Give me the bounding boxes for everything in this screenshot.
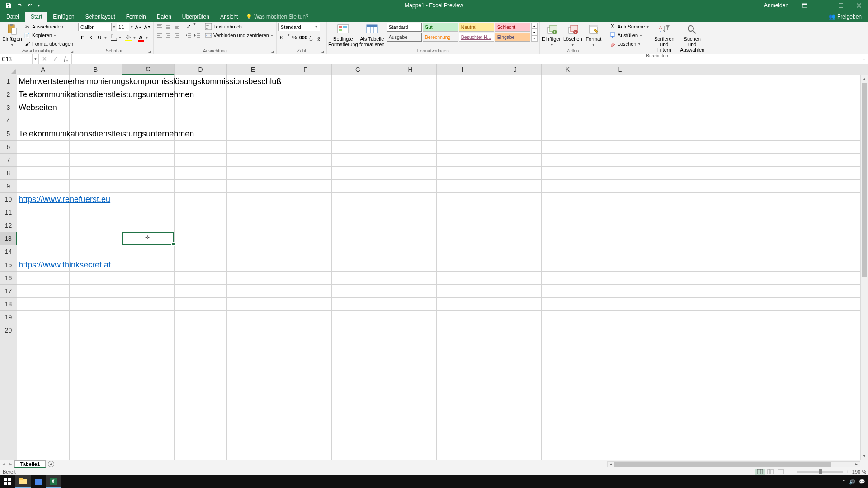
- decrease-font-icon[interactable]: A▼: [143, 23, 151, 31]
- accounting-format-icon[interactable]: €: [278, 33, 287, 42]
- maximize-icon[interactable]: [832, 0, 850, 11]
- bold-button[interactable]: F: [78, 33, 86, 42]
- file-tab[interactable]: Datei: [0, 12, 25, 22]
- close-icon[interactable]: [850, 0, 868, 11]
- sort-filter-button[interactable]: AZSortieren und Filtern: [650, 23, 678, 53]
- underline-dd[interactable]: ▼: [104, 36, 107, 39]
- format-painter-button[interactable]: 🖌Format übertragen: [23, 40, 74, 48]
- cell-style-option[interactable]: Schlecht: [495, 23, 530, 32]
- border-button[interactable]: [110, 33, 118, 42]
- increase-decimal-icon[interactable]: ,0,00: [308, 33, 316, 42]
- cell-style-option[interactable]: Ausgabe: [387, 33, 422, 42]
- font-size-select[interactable]: 11: [117, 23, 129, 31]
- qat-customize-icon[interactable]: ▼: [36, 0, 42, 10]
- svg-rect-45: [343, 26, 347, 28]
- svg-text:×: ×: [574, 30, 576, 34]
- align-top-icon[interactable]: [156, 23, 164, 31]
- insert-cells-button[interactable]: +Einfügen▼: [542, 23, 562, 48]
- increase-font-icon[interactable]: A▲: [134, 23, 142, 31]
- svg-rect-1: [802, 4, 807, 5]
- share-button[interactable]: 👥Freigeben: [825, 12, 865, 22]
- fill-dd[interactable]: ▼: [133, 36, 136, 39]
- cell-style-option[interactable]: Neutral: [459, 23, 494, 32]
- cell-style-option[interactable]: Standard: [387, 23, 422, 32]
- border-dd[interactable]: ▼: [118, 36, 122, 39]
- conditional-formatting-button[interactable]: Bedingte Formatierung: [329, 23, 358, 48]
- merge-center-button[interactable]: Verbinden und zentrieren ▼: [204, 31, 274, 39]
- orient-dd[interactable]: ▼: [193, 23, 196, 31]
- number-group-label: Zahl: [297, 48, 306, 53]
- ribbon-tab-einfügen[interactable]: Einfügen: [47, 12, 80, 22]
- ribbon-tab-formeln[interactable]: Formeln: [121, 12, 151, 22]
- delete-cells-button[interactable]: ×Löschen▼: [562, 23, 583, 48]
- cell-style-option[interactable]: Gut: [423, 23, 458, 32]
- name-box[interactable]: C13: [0, 54, 33, 64]
- redo-icon[interactable]: [25, 0, 35, 10]
- paste-button[interactable]: Einfügen▼: [2, 23, 23, 48]
- formula-input[interactable]: [72, 54, 861, 64]
- minimize-icon[interactable]: [814, 0, 832, 11]
- format-as-table-button[interactable]: Als Tabelle formatieren: [358, 23, 387, 48]
- styles-scroll-up-icon[interactable]: ▲: [531, 23, 538, 29]
- quick-access-toolbar: ▼: [0, 0, 42, 11]
- dialog-launcher-icon[interactable]: ◢: [148, 50, 151, 54]
- underline-button[interactable]: U: [95, 33, 104, 42]
- find-select-button[interactable]: Suchen und Auswählen: [678, 23, 706, 53]
- cell-style-option[interactable]: Berechnung: [423, 33, 458, 42]
- fx-icon[interactable]: fx: [61, 55, 71, 63]
- name-box-dropdown[interactable]: ▼: [33, 54, 39, 64]
- tell-me-search[interactable]: 💡Was möchten Sie tun?: [243, 12, 311, 22]
- ribbon-display-icon[interactable]: [796, 0, 814, 11]
- styles-group-label: Formatvorlagen: [417, 48, 449, 53]
- fill-color-button[interactable]: [124, 33, 132, 42]
- wrap-text-button[interactable]: abc↵Textumbruch: [204, 23, 274, 31]
- tell-me-placeholder: Was möchten Sie tun?: [254, 14, 308, 20]
- cancel-fx-icon[interactable]: ✕: [39, 56, 50, 62]
- number-format-select[interactable]: Standard▼: [278, 23, 320, 31]
- dialog-launcher-icon[interactable]: ◢: [71, 50, 73, 54]
- table-fmt-label: Als Tabelle formatieren: [359, 36, 385, 47]
- dialog-launcher-icon[interactable]: ◢: [271, 50, 274, 54]
- font-size-dd[interactable]: ▼: [130, 25, 133, 28]
- acct-dd[interactable]: ▼: [287, 33, 290, 42]
- align-center-icon[interactable]: [164, 31, 172, 39]
- decrease-decimal-icon[interactable]: ,00,0: [316, 33, 325, 42]
- copy-button[interactable]: 📄Kopieren ▼: [23, 31, 74, 39]
- percent-format-icon[interactable]: %: [291, 33, 299, 42]
- styles-scroll-down-icon[interactable]: ▼: [531, 29, 538, 35]
- thousands-format-icon[interactable]: 000: [299, 33, 307, 42]
- expand-formula-bar-icon[interactable]: ⌄: [861, 54, 868, 64]
- align-right-icon[interactable]: [173, 31, 181, 39]
- save-icon[interactable]: [4, 0, 14, 10]
- clear-button[interactable]: Löschen ▼: [608, 40, 650, 48]
- orientation-icon[interactable]: ⤢: [184, 23, 193, 31]
- confirm-fx-icon[interactable]: ✓: [50, 56, 61, 62]
- undo-icon[interactable]: [14, 0, 24, 10]
- increase-indent-icon[interactable]: [193, 31, 201, 39]
- decrease-indent-icon[interactable]: [184, 31, 193, 39]
- styles-more-icon[interactable]: ▾: [531, 35, 538, 42]
- cell-style-option[interactable]: Besuchter H...: [459, 33, 494, 42]
- ribbon-tab-ansicht[interactable]: Ansicht: [215, 12, 243, 22]
- fontcolor-dd[interactable]: ▼: [145, 36, 148, 39]
- align-bottom-icon[interactable]: [173, 23, 181, 31]
- cond-fmt-label: Bedingte Formatierung: [328, 36, 358, 47]
- ribbon-tab-start[interactable]: Start: [25, 12, 47, 22]
- italic-button[interactable]: K: [87, 33, 95, 42]
- fill-button[interactable]: Ausfüllen ▼: [608, 31, 650, 39]
- cut-button[interactable]: ✂Ausschneiden: [23, 23, 74, 31]
- ribbon-tab-seitenlayout[interactable]: Seitenlayout: [80, 12, 121, 22]
- font-color-button[interactable]: A: [137, 33, 145, 42]
- align-middle-icon[interactable]: [164, 23, 172, 31]
- signin-link[interactable]: Anmelden: [757, 2, 796, 9]
- cell-style-option[interactable]: Eingabe: [495, 33, 530, 42]
- svg-text:,00: ,00: [309, 38, 313, 41]
- ribbon-tab-daten[interactable]: Daten: [151, 12, 177, 22]
- ribbon-tab-überprüfen[interactable]: Überprüfen: [177, 12, 215, 22]
- autosum-button[interactable]: ΣAutoSumme ▼: [608, 23, 650, 31]
- format-cells-button[interactable]: Format▼: [583, 23, 604, 48]
- font-name-dd[interactable]: ▼: [113, 25, 116, 28]
- dialog-launcher-icon[interactable]: ◢: [321, 50, 324, 54]
- font-name-select[interactable]: Calibri: [78, 23, 112, 31]
- align-left-icon[interactable]: [156, 31, 164, 39]
